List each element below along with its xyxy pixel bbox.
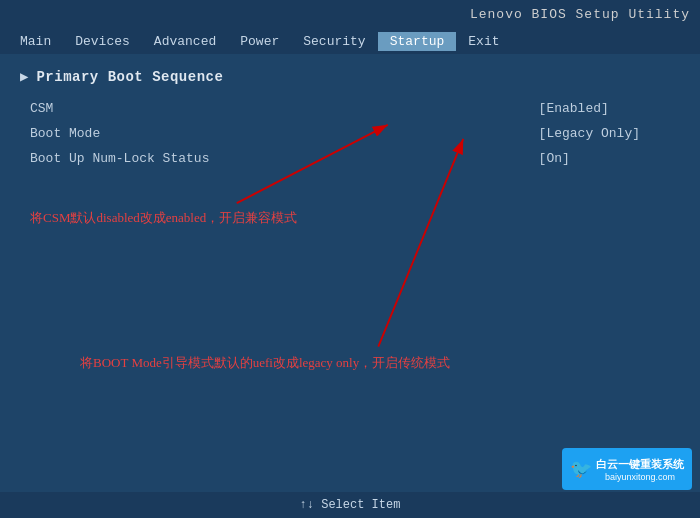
settings-area: CSM Boot Mode Boot Up Num-Lock Status [E… xyxy=(30,99,680,169)
setting-value-boot-mode: [Legacy Only] xyxy=(539,124,640,145)
setting-label-numlock[interactable]: Boot Up Num-Lock Status xyxy=(30,149,209,170)
status-bar: ↑↓ Select Item xyxy=(0,492,700,518)
watermark: 🐦 白云一键重装系统 baiyunxitong.com xyxy=(562,448,692,490)
setting-value-csm: [Enabled] xyxy=(539,99,640,120)
menu-bar: Main Devices Advanced Power Security Sta… xyxy=(0,28,700,54)
menu-item-advanced[interactable]: Advanced xyxy=(142,32,228,51)
menu-item-security[interactable]: Security xyxy=(291,32,377,51)
menu-item-devices[interactable]: Devices xyxy=(63,32,142,51)
menu-item-power[interactable]: Power xyxy=(228,32,291,51)
twitter-bird-icon: 🐦 xyxy=(570,458,592,480)
section-header: ▶ Primary Boot Sequence xyxy=(20,68,680,85)
watermark-brand: 白云一键重装系统 xyxy=(596,457,684,472)
section-title: Primary Boot Sequence xyxy=(36,69,223,85)
watermark-site: baiyunxitong.com xyxy=(596,472,684,482)
section-arrow-icon: ▶ xyxy=(20,68,28,85)
settings-labels: CSM Boot Mode Boot Up Num-Lock Status xyxy=(30,99,209,169)
setting-value-numlock: [On] xyxy=(539,149,640,170)
menu-item-startup[interactable]: Startup xyxy=(378,32,457,51)
setting-label-boot-mode[interactable]: Boot Mode xyxy=(30,124,209,145)
bios-screen: Lenovo BIOS Setup Utility Main Devices A… xyxy=(0,0,700,518)
bios-title: Lenovo BIOS Setup Utility xyxy=(470,7,690,22)
menu-item-main[interactable]: Main xyxy=(8,32,63,51)
title-bar: Lenovo BIOS Setup Utility xyxy=(0,0,700,28)
menu-item-exit[interactable]: Exit xyxy=(456,32,511,51)
status-text: ↑↓ Select Item xyxy=(300,498,401,512)
settings-values: [Enabled] [Legacy Only] [On] xyxy=(539,99,640,169)
setting-label-csm[interactable]: CSM xyxy=(30,99,209,120)
content-area: ▶ Primary Boot Sequence CSM Boot Mode Bo… xyxy=(0,54,700,492)
